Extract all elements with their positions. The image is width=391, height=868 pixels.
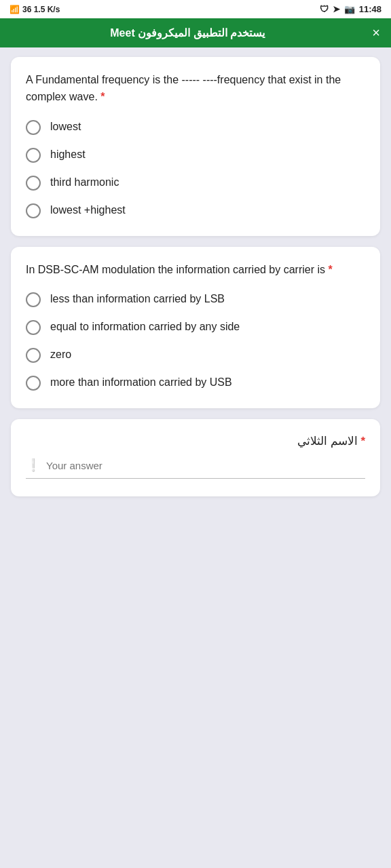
option-1-1[interactable]: lowest bbox=[26, 119, 365, 135]
arabic-label-text: الاسم الثلاثي bbox=[297, 435, 358, 448]
question-1-text: A Fundamental frequency is the ----- ---… bbox=[26, 72, 365, 106]
option-2-3[interactable]: zero bbox=[26, 347, 365, 363]
shield-icon: 🛡 bbox=[320, 4, 329, 14]
option-label-1-3: third harmonic bbox=[50, 175, 119, 190]
signal-icon: 📶 bbox=[10, 5, 20, 14]
question-card-3: * الاسم الثلاثي ❕ bbox=[11, 419, 380, 496]
top-bar: × يستخدم التطبيق الميكروفون Meet bbox=[0, 18, 391, 47]
radio-1-1[interactable] bbox=[26, 120, 41, 135]
status-left: 📶 36 1.5 K/s bbox=[10, 5, 60, 14]
radio-2-2[interactable] bbox=[26, 320, 41, 335]
answer-input-wrapper: ❕ bbox=[26, 458, 365, 479]
option-label-1-1: lowest bbox=[50, 119, 81, 134]
radio-2-1[interactable] bbox=[26, 292, 41, 307]
option-1-3[interactable]: third harmonic bbox=[26, 175, 365, 191]
radio-1-2[interactable] bbox=[26, 148, 41, 163]
answer-input[interactable] bbox=[46, 460, 365, 471]
required-star-2: * bbox=[329, 264, 333, 275]
question-card-2: In DSB-SC-AM modulation the information … bbox=[11, 247, 380, 409]
option-1-2[interactable]: highest bbox=[26, 147, 365, 163]
input-warning-icon: ❕ bbox=[26, 458, 41, 473]
required-star-1: * bbox=[100, 91, 105, 102]
arrow-icon: ➤ bbox=[333, 4, 340, 14]
option-2-4[interactable]: more than information carried by USB bbox=[26, 375, 365, 391]
radio-2-3[interactable] bbox=[26, 348, 41, 363]
option-label-2-2: equal to information carried by any side bbox=[50, 319, 240, 334]
question-1-body: A Fundamental frequency is the ----- ---… bbox=[26, 74, 341, 102]
radio-1-4[interactable] bbox=[26, 203, 41, 218]
top-bar-title: يستخدم التطبيق الميكروفون Meet bbox=[11, 26, 364, 39]
option-1-4[interactable]: lowest +highest bbox=[26, 203, 365, 218]
question-2-options: less than information carried by LSB equ… bbox=[26, 292, 365, 391]
radio-2-4[interactable] bbox=[26, 376, 41, 391]
content-area: A Fundamental frequency is the ----- ---… bbox=[0, 47, 391, 506]
status-right: 🛡 ➤ 📷 11:48 bbox=[320, 4, 381, 14]
status-bar: 📶 36 1.5 K/s 🛡 ➤ 📷 11:48 bbox=[0, 0, 391, 18]
option-label-2-1: less than information carried by LSB bbox=[50, 292, 225, 307]
close-button[interactable]: × bbox=[372, 25, 380, 41]
option-label-2-3: zero bbox=[50, 347, 71, 362]
question-2-body: In DSB-SC-AM modulation the information … bbox=[26, 264, 325, 275]
option-label-2-4: more than information carried by USB bbox=[50, 375, 232, 390]
option-2-1[interactable]: less than information carried by LSB bbox=[26, 292, 365, 307]
radio-1-3[interactable] bbox=[26, 176, 41, 191]
question-card-1: A Fundamental frequency is the ----- ---… bbox=[11, 57, 380, 236]
option-label-1-2: highest bbox=[50, 147, 86, 162]
option-2-2[interactable]: equal to information carried by any side bbox=[26, 319, 365, 335]
status-info: 36 1.5 K/s bbox=[22, 5, 60, 14]
time-display: 11:48 bbox=[359, 4, 381, 14]
required-star-3: * bbox=[358, 435, 365, 448]
question-2-text: In DSB-SC-AM modulation the information … bbox=[26, 262, 365, 279]
camera-icon: 📷 bbox=[344, 4, 355, 14]
question-3-arabic-label: * الاسم الثلاثي bbox=[26, 434, 365, 448]
option-label-1-4: lowest +highest bbox=[50, 203, 126, 218]
question-1-options: lowest highest third harmonic lowest +hi… bbox=[26, 119, 365, 218]
